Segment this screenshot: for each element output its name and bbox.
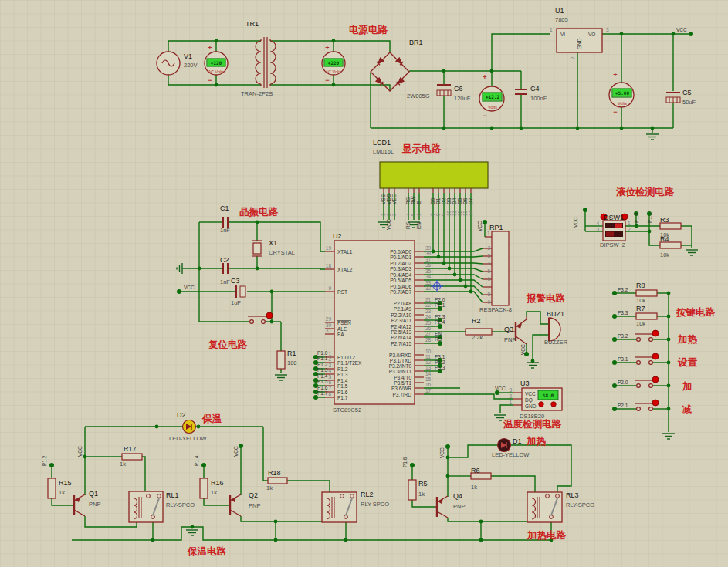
resistor-r8[interactable] xyxy=(636,290,657,296)
led-d1-heat[interactable] xyxy=(498,439,511,452)
label-ref: Q2 xyxy=(249,491,258,499)
resistor-r4[interactable] xyxy=(660,242,681,248)
label-ref: TR1 xyxy=(245,20,259,28)
label-pin: 16 xyxy=(425,382,432,387)
label-pin: 6 xyxy=(487,276,490,282)
label-val: TRAN-2P2S xyxy=(241,90,273,97)
crystal-x1[interactable] xyxy=(252,241,262,256)
label-ref: R1 xyxy=(287,349,296,357)
label-pin: 14 xyxy=(425,371,432,376)
label-lcd: +5.00 xyxy=(615,90,629,96)
label-pn: P1.1/T2EX xyxy=(337,360,362,366)
label-pn: P0.3/AD3 xyxy=(390,266,411,272)
resistor-r16[interactable] xyxy=(200,478,208,498)
label-pn: P0.1/AD1 xyxy=(390,255,411,260)
label-ref: RL2 xyxy=(361,491,374,498)
label-val: PNP xyxy=(453,503,465,510)
label-val: RLY-SPCO xyxy=(566,501,594,508)
label-net: RS xyxy=(405,221,411,229)
label-net: P2.1 xyxy=(618,403,628,408)
label-net: P1.6 xyxy=(317,385,328,390)
label-pn: P3.0/RXD xyxy=(389,353,411,358)
label-pin: 12 xyxy=(425,359,432,365)
schematic-canvas[interactable]: V1220VTR1TRAN-2P2S电源电路BR12W005GU17805VIV… xyxy=(0,0,728,567)
label-val: BUZZER xyxy=(544,339,568,346)
label-net: P3.2 xyxy=(618,287,628,292)
label-val: 1nF xyxy=(220,278,230,285)
resistor-r5[interactable] xyxy=(408,480,416,500)
label-val: 7805 xyxy=(555,16,568,23)
label-pin: 28 xyxy=(425,337,432,343)
label-net: P1.1 xyxy=(317,356,328,361)
label-ref: BUZ1 xyxy=(547,310,564,318)
relay-rl3[interactable] xyxy=(527,492,562,522)
label-ref: RL3 xyxy=(566,491,579,499)
resistor-r15[interactable] xyxy=(48,478,56,498)
label-val: 100 xyxy=(287,359,297,366)
label-net: P3.1 xyxy=(435,354,445,359)
resistor-r18[interactable] xyxy=(268,478,287,484)
label-pn: E xyxy=(416,201,422,204)
label-val: CRYSTAL xyxy=(269,249,295,256)
label-val: 10k xyxy=(636,320,645,327)
label-ref: U3 xyxy=(520,380,530,387)
label-net: P3.2 xyxy=(435,359,445,365)
label-ref: RL1 xyxy=(166,491,179,499)
resistor-r1[interactable] xyxy=(277,351,285,369)
label-net: P2.0 xyxy=(435,297,445,302)
relay-rl1[interactable] xyxy=(129,491,163,522)
label-pn: P3.1/TXD xyxy=(390,358,411,363)
led-d2-keepwarm[interactable] xyxy=(183,420,196,434)
label-pn: RW xyxy=(411,195,416,204)
ac-source-v1[interactable] xyxy=(157,52,180,75)
label-ref: R16 xyxy=(211,479,224,487)
label-net: P1.6 xyxy=(402,457,408,467)
label-pm: + xyxy=(208,44,212,52)
label-pin: 23 xyxy=(425,309,432,314)
label-pin: 4 xyxy=(596,221,599,226)
label-net: P3.1 xyxy=(618,356,628,362)
label-val: LM016L xyxy=(373,148,394,155)
label-cn: 加热 xyxy=(677,334,698,345)
lcd-screen-lm016l[interactable] xyxy=(380,162,488,188)
resistor-r3[interactable] xyxy=(660,223,681,229)
label-net: VCC xyxy=(573,217,578,228)
label-val: 10k xyxy=(636,297,645,304)
label-net: P1.2 xyxy=(317,362,328,367)
label-net: VCC xyxy=(233,446,239,457)
label-pin: 25 xyxy=(425,320,432,326)
label-ref: R17 xyxy=(124,445,137,453)
resistor-r17[interactable] xyxy=(122,454,142,460)
label-pnov: PSEN xyxy=(337,320,351,326)
label-pin: 8 xyxy=(328,391,331,397)
label-pin: 22 xyxy=(425,302,432,308)
label-pin: 15 xyxy=(425,376,432,382)
label-pn: P2.4/A12 xyxy=(391,324,411,329)
label-pin: 5 xyxy=(328,374,331,380)
label-pin: 32 xyxy=(425,285,432,291)
label-net: VCC xyxy=(439,447,445,458)
dip-switch-dsw1[interactable] xyxy=(603,221,625,241)
label-ref: R2 xyxy=(472,317,481,325)
label-mlbl: Volts xyxy=(488,105,497,110)
label-pn: D2 xyxy=(441,197,446,204)
label-pin: 1 xyxy=(550,27,553,32)
label-net: P1.3 xyxy=(317,367,328,373)
label-pn: P1.4 xyxy=(337,378,348,383)
resistor-r7[interactable] xyxy=(636,313,657,319)
label-pin: 6 xyxy=(416,213,422,216)
respack-rp1[interactable] xyxy=(492,231,509,305)
label-pin: 36 xyxy=(425,262,432,268)
label-pin: 5 xyxy=(411,213,416,216)
label-pn: ALE xyxy=(337,326,347,332)
label-ref: R4 xyxy=(660,235,669,243)
label-net: P1.0 xyxy=(634,212,639,223)
relay-rl2[interactable] xyxy=(322,492,357,522)
label-val: 1k xyxy=(120,461,126,467)
label-val: 1k xyxy=(471,484,477,491)
label-ref: Q4 xyxy=(453,492,462,500)
label-pin: 3 xyxy=(328,363,331,368)
label-pn: VSS xyxy=(381,194,386,204)
label-val: 1k xyxy=(211,489,217,496)
label-pn: P2.6/A14 xyxy=(391,335,411,340)
